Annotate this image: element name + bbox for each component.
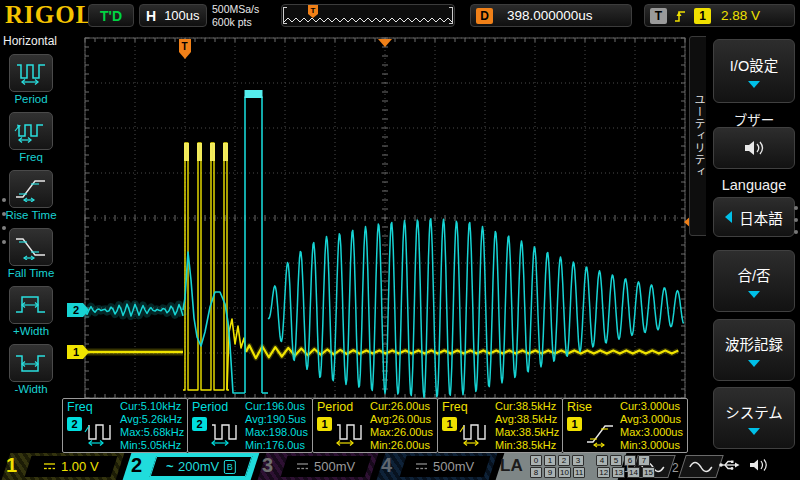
la-digital-channels: 0123 4567 891011 12131415	[530, 455, 655, 479]
rising-edge-icon	[673, 8, 688, 24]
source-2-status[interactable]: 2	[672, 453, 720, 480]
thumbnail-waveform-icon	[282, 5, 454, 26]
pos-width-icon	[14, 292, 48, 318]
delay-value: 398.000000us	[507, 8, 593, 23]
menu-item-label: -Width	[14, 383, 47, 395]
top-status-bar: RIGOL T'D H 100us 500MSa/s 600k pts T D …	[0, 0, 800, 31]
h-label: H	[146, 8, 156, 24]
utility-menu-tab[interactable]: ユーティリティ	[689, 36, 707, 236]
period-measure-icon	[334, 417, 366, 449]
logic-analyzer-status[interactable]: LA 0123 4567 891011 12131415	[494, 453, 622, 480]
oscilloscope-screen: RIGOL T'D H 100us 500MSa/s 600k pts T D …	[0, 0, 800, 480]
memory-depth: 600k pts	[212, 16, 259, 29]
channel-4-status[interactable]: 4 500mV	[375, 453, 493, 480]
chevron-left-icon	[725, 211, 732, 223]
measurement-strip: Freq 2 Cur:5.10kHz Avg:5.26kHz Max:5.68k…	[62, 398, 688, 453]
utility-menu: I/O設定 ブザー Language 日本語 合/否 波形記録 システム	[706, 31, 800, 453]
measure-menu: Horizontal Period Freq	[0, 31, 62, 453]
dc-coupling-icon	[43, 461, 56, 472]
svg-text:1: 1	[73, 346, 79, 358]
language-label: Language	[713, 177, 795, 193]
measure-menu-title: Horizontal	[0, 31, 62, 54]
speaker-icon	[742, 139, 766, 157]
waveform-record-button[interactable]: 波形記録	[713, 319, 795, 381]
thumbnail-left-bracket	[283, 7, 287, 24]
pass-fail-button[interactable]: 合/否	[713, 250, 795, 312]
menu-scroll-indicator	[2, 198, 6, 244]
neg-width-icon	[14, 350, 48, 376]
fall-time-icon	[14, 234, 48, 260]
menu-item-label: +Width	[13, 325, 49, 337]
freq-measure-icon	[459, 417, 491, 449]
channel-chip: 2	[67, 417, 82, 431]
dc-coupling-icon	[415, 461, 428, 472]
dc-coupling-icon	[296, 461, 309, 472]
menu-item-freq[interactable]: Freq	[0, 112, 62, 163]
chevron-down-icon	[748, 428, 760, 435]
waveform-position-thumbnail[interactable]: T	[281, 4, 455, 27]
bandwidth-limit-badge: B	[224, 460, 236, 474]
trigger-source-channel: 1	[694, 8, 711, 24]
rise-time-icon	[14, 176, 48, 202]
menu-item-rise-time[interactable]: Rise Time	[0, 170, 62, 221]
measurement-cell-rise-ch1[interactable]: Rise 1 Cur:3.000us Avg:3.000us Max:3.000…	[562, 398, 688, 453]
period-measure-icon	[209, 417, 241, 449]
channel-2-status[interactable]: 2 ~ 200mV B	[121, 453, 255, 480]
menu-item-label: Freq	[19, 151, 43, 163]
menu-item-period[interactable]: Period	[0, 54, 62, 105]
measurement-cell-freq-ch1[interactable]: Freq 1 Cur:38.5kHz Avg:38.5kHz Max:38.5k…	[437, 398, 563, 453]
timebase-value: 100us	[164, 8, 199, 23]
menu-item-label: Period	[14, 93, 47, 105]
menu-item-label: Fall Time	[8, 267, 55, 279]
menu-item-neg-width[interactable]: -Width	[0, 344, 62, 395]
horizontal-center-marker	[378, 39, 392, 47]
buzzer-label: ブザー	[713, 109, 795, 129]
trigger-level-value: 2.88 V	[721, 8, 760, 23]
measurement-cell-freq-ch2[interactable]: Freq 2 Cur:5.10kHz Avg:5.26kHz Max:5.68k…	[62, 398, 188, 453]
channel-chip: 2	[192, 417, 207, 431]
channel-chip: 1	[442, 417, 457, 431]
sample-rate: 500MSa/s	[212, 3, 259, 16]
usb-icon	[718, 458, 740, 472]
speaker-icon	[748, 457, 768, 473]
chevron-down-icon	[748, 81, 760, 88]
svg-text:2: 2	[73, 304, 79, 316]
svg-text:T: T	[182, 41, 188, 52]
freq-measure-icon	[84, 417, 116, 449]
language-select[interactable]: 日本語	[713, 197, 795, 237]
rise-measure-icon	[584, 417, 616, 449]
ac-coupling-icon: ~	[166, 459, 174, 474]
trigger-label: T	[650, 8, 667, 24]
rigol-logo: RIGOL	[5, 1, 93, 29]
period-icon	[14, 60, 48, 86]
channel-status-bar: 1 1.00 V 2 ~ 200mV B 3	[0, 453, 800, 480]
measurement-cell-period-ch2[interactable]: Period 2 Cur:196.0us Avg:190.5us Max:198…	[187, 398, 313, 453]
waveform-display: 12TT	[62, 32, 705, 400]
channel-chip: 1	[317, 417, 332, 431]
menu-item-fall-time[interactable]: Fall Time	[0, 228, 62, 279]
buzzer-button[interactable]	[713, 127, 795, 169]
acquisition-info: 500MSa/s 600k pts	[212, 3, 259, 28]
chevron-down-icon	[748, 360, 760, 367]
menu-item-pos-width[interactable]: +Width	[0, 286, 62, 337]
channel-3-status[interactable]: 3 500mV	[256, 453, 374, 480]
chevron-down-icon	[748, 291, 760, 298]
thumbnail-right-bracket	[449, 7, 453, 24]
system-button[interactable]: システム	[713, 387, 795, 449]
trigger-status-badge: T'D	[88, 4, 134, 27]
delay-badge: D 398.000000us	[470, 4, 632, 27]
sine-wave-icon	[688, 460, 714, 474]
io-settings-button[interactable]: I/O設定	[713, 39, 795, 103]
channel-chip: 1	[567, 417, 582, 431]
horizontal-timebase-badge[interactable]: H 100us	[139, 4, 207, 27]
channel-1-status[interactable]: 1 1.00 V	[0, 453, 120, 480]
menu-page-dots	[794, 206, 798, 234]
measurement-cell-period-ch1[interactable]: Period 1 Cur:26.00us Avg:26.00us Max:26.…	[312, 398, 438, 453]
freq-icon	[14, 118, 48, 144]
trigger-badge: T 1 2.88 V	[644, 4, 795, 27]
menu-item-label: Rise Time	[5, 209, 56, 221]
delay-label: D	[476, 8, 493, 24]
